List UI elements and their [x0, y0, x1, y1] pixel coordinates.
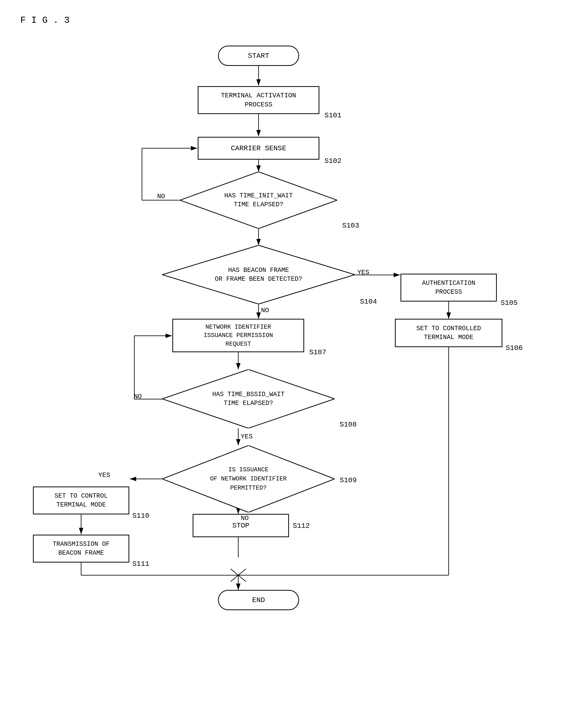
s103-no-label: NO — [157, 193, 165, 200]
s106-label: SET TO CONTROLLEDTERMINAL MODE — [416, 324, 481, 342]
s101-label: TERMINAL ACTIVATIONPROCESS — [221, 91, 296, 109]
s102-node: CARRIER SENSE — [198, 137, 320, 160]
s105-node: AUTHENTICATIONPROCESS — [401, 274, 497, 302]
s106-node: SET TO CONTROLLEDTERMINAL MODE — [395, 319, 502, 347]
s104-step: S104 — [360, 298, 377, 306]
s110-step: S110 — [132, 512, 149, 520]
s111-step: S111 — [132, 560, 149, 568]
s110-node: SET TO CONTROLTERMINAL MODE — [33, 487, 129, 514]
s109-step: S109 — [340, 476, 357, 484]
s102-step: S102 — [325, 157, 342, 165]
s107-step: S107 — [309, 348, 326, 356]
s103-label: HAS TIME_INIT_WAITTIME ELAPSED? — [224, 191, 293, 209]
s108-yes-label: YES — [241, 433, 253, 440]
s108-node: HAS TIME_BSSID_WAITTIME ELAPSED? — [162, 369, 335, 428]
start-node: START — [218, 46, 299, 66]
s101-node: TERMINAL ACTIVATIONPROCESS — [198, 86, 320, 114]
start-label: START — [248, 52, 269, 60]
svg-line-25 — [231, 569, 246, 582]
s104-no-label: NO — [261, 307, 269, 314]
s107-label: NETWORK IDENTIFIERISSUANCE PERMISSIONREQ… — [203, 323, 273, 348]
fig-label: F I G . 3 — [20, 15, 69, 26]
s108-step: S108 — [340, 421, 357, 428]
s111-node: TRANSMISSION OFBEACON FRAME — [33, 535, 129, 563]
s109-yes-label: YES — [98, 471, 110, 479]
s107-node: NETWORK IDENTIFIERISSUANCE PERMISSIONREQ… — [172, 319, 304, 352]
s104-label: HAS BEACON FRAMEOR FRAME BEEN DETECTED? — [215, 266, 302, 284]
s109-node: IS ISSUANCEOF NETWORK IDENTIFIERPERMITTE… — [162, 445, 335, 512]
s103-node: HAS TIME_INIT_WAITTIME ELAPSED? — [180, 172, 337, 229]
end-label: END — [252, 596, 265, 604]
s111-label: TRANSMISSION OFBEACON FRAME — [52, 540, 109, 557]
s109-label: IS ISSUANCEOF NETWORK IDENTIFIERPERMITTE… — [210, 465, 287, 493]
s112-step: S112 — [293, 522, 310, 530]
s112-node: STOP — [193, 514, 289, 537]
s104-node: HAS BEACON FRAMEOR FRAME BEEN DETECTED? — [162, 245, 355, 304]
s108-label: HAS TIME_BSSID_WAITTIME ELAPSED? — [212, 390, 285, 408]
s106-step: S106 — [506, 344, 523, 352]
s102-label: CARRIER SENSE — [231, 144, 286, 152]
s101-step: S101 — [325, 111, 342, 119]
end-node: END — [218, 590, 299, 610]
s105-step: S105 — [501, 299, 518, 307]
s112-label: STOP — [232, 522, 249, 530]
svg-line-26 — [231, 569, 246, 582]
s105-label: AUTHENTICATIONPROCESS — [422, 279, 475, 296]
s104-yes-label: YES — [358, 269, 369, 276]
s108-no-label: NO — [134, 393, 142, 400]
s110-label: SET TO CONTROLTERMINAL MODE — [54, 492, 108, 509]
s103-step: S103 — [342, 222, 359, 230]
